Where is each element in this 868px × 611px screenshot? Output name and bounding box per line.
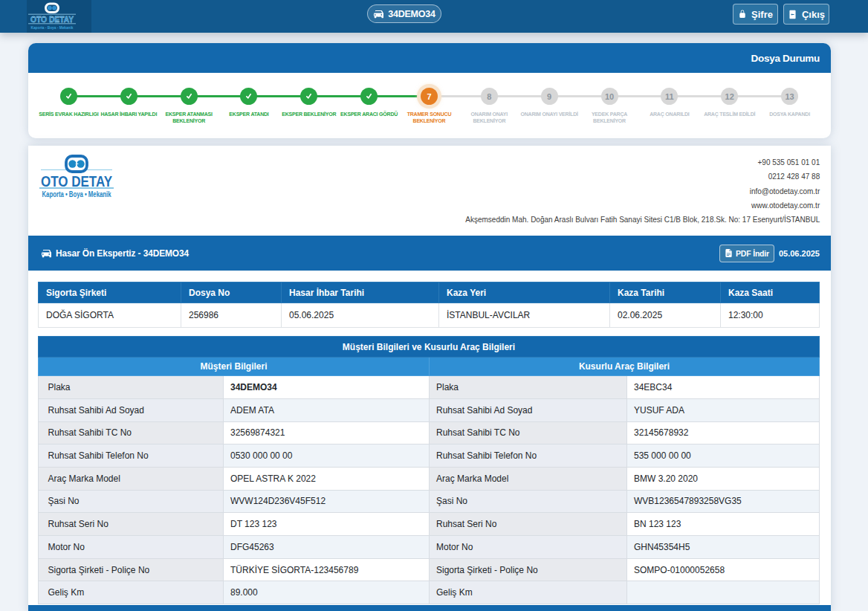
svg-text:OTO DETAY: OTO DETAY	[30, 15, 74, 24]
svg-text:Kaporta • Boya • Mekanik: Kaporta • Boya • Mekanik	[42, 190, 111, 198]
svg-text:OTO DETAY: OTO DETAY	[41, 173, 113, 190]
svg-text:Kaporta - Boya - Mekanik: Kaporta - Boya - Mekanik	[31, 25, 74, 30]
